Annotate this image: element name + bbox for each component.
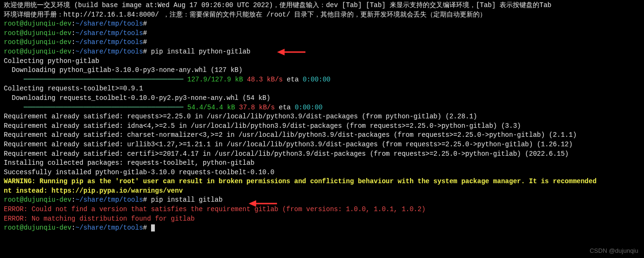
output-warning-1: WARNING: Running pip as the 'root' user … [4,177,640,187]
output-error-1: ERROR: Could not find a version that sat… [4,205,640,214]
prompt-line-empty-2: root@dujunqiu-dev:~/share/tmp/tools# [4,29,640,38]
header-line-2: 环境详细使用手册：http://172.16.1.84:8000/ ，注意：需要… [4,10,640,20]
prompt-path: ~/share/tmp/tools [75,196,143,204]
prompt-user-host: root@dujunqiu-dev [4,48,72,55]
output-downloading-1: Downloading python_gitlab-3.10.0-py3-non… [4,66,640,75]
command-input-1: pip install python-gitlab [147,48,250,55]
output-req-5: Requirement already satisfied: certifi>=… [4,150,640,159]
prompt-colon: : [72,196,75,204]
output-req-4: Requirement already satisfied: urllib3<1… [4,140,640,150]
progress-bar-1: ━━━━━━━━━━━━━━━━━━━━━━━━━━━━━━━━━━━━━━━━ [4,75,183,85]
output-req-1: Requirement already satisfied: requests>… [4,112,640,122]
progress-eta-1: 0:00:00 [299,76,331,83]
prompt-user-host: root@dujunqiu-dev [4,224,72,231]
prompt-path: ~/share/tmp/tools [75,20,143,27]
prompt-path: ~/share/tmp/tools [75,48,143,55]
prompt-colon: : [72,38,75,46]
header-line-1: 欢迎使用统一交叉环境 (build base image at:Wed Aug … [4,1,640,10]
progress-size-1: 127.9/127.9 kB [183,76,243,83]
prompt-path: ~/share/tmp/tools [75,29,143,37]
output-error-2: ERROR: No matching distribution found fo… [4,214,640,224]
prompt-line-cmd2[interactable]: root@dujunqiu-dev:~/share/tmp/tools# pip… [4,196,640,205]
progress-eta-label-1: eta [283,76,299,83]
prompt-user-host: root@dujunqiu-dev [4,196,72,204]
output-installing: Installing collected packages: requests-… [4,159,640,168]
prompt-line-current[interactable]: root@dujunqiu-dev:~/share/tmp/tools# [4,223,640,233]
prompt-hash: # [143,224,147,231]
prompt-hash: # [143,29,147,37]
prompt-user-host: root@dujunqiu-dev [4,38,72,46]
progress-speed-1: 48.3 kB/s [243,76,283,83]
prompt-line-empty-3: root@dujunqiu-dev:~/share/tmp/tools# [4,38,640,47]
prompt-line-empty-1: root@dujunqiu-dev:~/share/tmp/tools# [4,19,640,29]
progress-eta-label-2: eta [275,104,291,111]
output-req-3: Requirement already satisfied: charset-n… [4,131,640,140]
output-warning-2: nt instead: https://pip.pypa.io/warnings… [4,187,640,196]
terminal-cursor [151,224,155,231]
output-collecting-2: Collecting requests-toolbelt>=0.9.1 [4,84,640,94]
prompt-colon: : [72,48,75,55]
output-downloading-2: Downloading requests_toolbelt-0.10.0-py2… [4,94,640,103]
prompt-user-host: root@dujunqiu-dev [4,29,72,37]
progress-speed-2: 37.8 kB/s [235,104,275,111]
output-progress-2: ━━━━━━━━━━━━━━━━━━━━━━━━━━━━━━━━━━━━━━━━… [4,103,640,113]
prompt-user-host: root@dujunqiu-dev [4,20,72,27]
prompt-colon: : [72,20,75,27]
watermark-text: CSDN @dujunqiu [590,247,638,255]
prompt-colon: : [72,29,75,37]
progress-eta-2: 0:00:00 [291,104,322,111]
command-input-2: pip install gitlab [147,196,223,204]
progress-bar-2: ━━━━━━━━━━━━━━━━━━━━━━━━━━━━━━━━━━━━━━━━ [4,103,183,113]
progress-size-2: 54.4/54.4 kB [183,104,235,111]
output-progress-1: ━━━━━━━━━━━━━━━━━━━━━━━━━━━━━━━━━━━━━━━━… [4,75,640,85]
prompt-path: ~/share/tmp/tools [75,38,143,46]
output-collecting-1: Collecting python-gitlab [4,57,640,66]
prompt-line-cmd1[interactable]: root@dujunqiu-dev:~/share/tmp/tools# pip… [4,47,640,57]
prompt-path: ~/share/tmp/tools [75,224,143,231]
prompt-hash: # [143,20,147,27]
output-req-2: Requirement already satisfied: idna<4,>=… [4,122,640,131]
prompt-colon: : [72,224,75,231]
output-success: Successfully installed python-gitlab-3.1… [4,168,640,178]
prompt-hash: # [143,38,147,46]
